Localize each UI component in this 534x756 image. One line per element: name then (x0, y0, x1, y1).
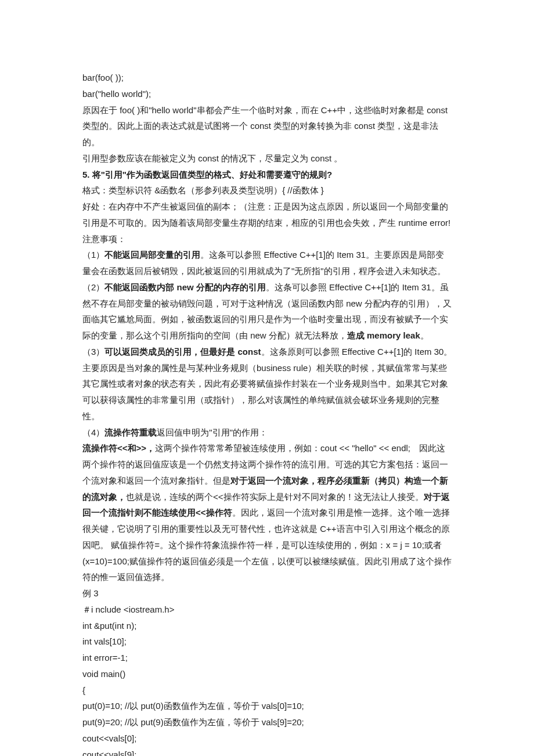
body-text: 注意事项： (82, 231, 453, 247)
code-line: { (82, 682, 453, 699)
text-part: 也就是说，连续的两个<<操作符实际上是针对不同对象的！这无法让人接受。 (126, 492, 424, 502)
item-rest: 。这条原则可以参照 Effective C++[1]的 Item 30。主要原因… (82, 347, 452, 421)
item-1: （1）不能返回局部变量的引用。这条可以参照 Effective C++[1]的 … (82, 247, 453, 279)
code-line: int &put(int n); (82, 618, 453, 634)
item-3: （3）可以返回类成员的引用，但最好是 const。这条原则可以参照 Effect… (82, 344, 453, 424)
code-line: put(0)=10; //以 put(0)函数值作为左值，等价于 vals[0]… (82, 698, 453, 714)
heading-5: 5. 将"引用"作为函数返回值类型的格式、好处和需要遵守的规则? (82, 167, 453, 183)
item-2: （2）不能返回函数内部 new 分配的内存的引用。这条可以参照 Effectiv… (82, 279, 453, 344)
body-text: 格式：类型标识符 &函数名（形参列表及类型说明）{ //函数体 } (82, 182, 453, 199)
item-end: 。 (420, 330, 429, 340)
code-line: ＃i nclude <iostream.h> (82, 602, 453, 618)
code-line: int vals[10]; (82, 633, 453, 650)
code-line: void main() (82, 666, 453, 682)
code-line: put(9)=20; //以 put(9)函数值作为左值，等价于 vals[9]… (82, 714, 453, 730)
stream-op-paragraph: 流操作符<<和>>，这两个操作符常常希望被连续使用，例如：cout << "he… (82, 440, 453, 585)
body-text: 引用型参数应该在能被定义为 const 的情况下，尽量定义为 const 。 (82, 150, 453, 167)
item-bold: 不能返回函数内部 new 分配的内存的引用 (104, 282, 266, 292)
stream-op-bold: 流操作符<<和>>， (82, 443, 155, 453)
code-line: bar("hello world"); (82, 86, 453, 102)
item-bold: 不能返回局部变量的引用 (104, 250, 200, 260)
code-line: bar(foo( )); (82, 70, 453, 86)
item-bold-2: 造成 memory leak (347, 330, 420, 340)
item-bold: 流操作符重载 (104, 427, 157, 437)
code-line: int error=-1; (82, 650, 453, 666)
code-line: cout<<vals[9]; (82, 747, 453, 757)
item-4: （4）流操作符重载返回值申明为"引用"的作用： (82, 424, 453, 441)
item-prefix: （1） (82, 250, 104, 260)
item-rest: 返回值申明为"引用"的作用： (157, 427, 268, 437)
item-bold: 可以返回类成员的引用，但最好是 const (104, 347, 261, 357)
item-prefix: （4） (82, 427, 104, 437)
item-prefix: （2） (82, 282, 104, 292)
item-prefix: （3） (82, 347, 104, 357)
body-text: 好处：在内存中不产生被返回值的副本；（注意：正是因为这点原因，所以返回一个局部变… (82, 199, 453, 231)
body-text: 原因在于 foo( )和"hello world"串都会产生一个临时对象，而在 … (82, 102, 453, 150)
code-line: cout<<vals[0]; (82, 730, 453, 747)
example-label: 例 3 (82, 585, 453, 602)
text-part: 。因此，返回一个流对象引用是惟一选择。这个唯一选择很关键，它说明了引用的重要性以… (82, 507, 452, 582)
